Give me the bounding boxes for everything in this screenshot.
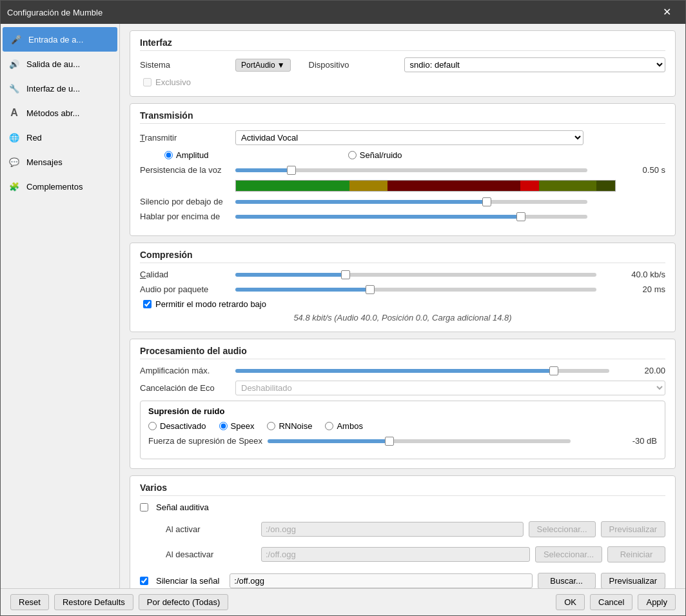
- senal-auditiva-checkbox[interactable]: [140, 503, 148, 512]
- senal-ruido-radio-label[interactable]: Señal/ruido: [348, 150, 402, 160]
- fuerza-label: Fuerza de supresión de Speex: [148, 436, 262, 446]
- por-defecto-button[interactable]: Por defecto (Todas): [139, 594, 228, 610]
- sidebar-item-mensajes[interactable]: 💬 Mensajes: [1, 150, 119, 174]
- rnnoise-label: RNNoise: [279, 421, 312, 431]
- amplitud-radio[interactable]: [164, 151, 173, 159]
- exclusivo-label: Exclusivo: [155, 77, 191, 87]
- sidebar-item-entrada[interactable]: 🎤 Entrada de a...: [3, 27, 117, 52]
- seleccionar-desactivar-button[interactable]: Seleccionar...: [535, 546, 602, 562]
- section-compresion: Compresión Calidad 40.0 kb/s Audio por p…: [130, 243, 676, 332]
- ok-button[interactable]: OK: [556, 594, 585, 610]
- al-activar-label: Al activar: [166, 524, 256, 534]
- al-desactivar-input[interactable]: [261, 547, 530, 562]
- rnnoise-radio-label[interactable]: RNNoise: [267, 421, 312, 431]
- dispositivo-label: Dispositivo: [309, 60, 399, 70]
- previsualizar-activar-button[interactable]: Previsualizar: [601, 521, 665, 537]
- audio-paquete-slider[interactable]: [235, 288, 596, 292]
- habla-slider[interactable]: [235, 215, 587, 219]
- chat-icon: 💬: [7, 155, 21, 169]
- exclusivo-checkbox[interactable]: [143, 78, 152, 86]
- reiniciar-button[interactable]: Reiniciar: [607, 546, 665, 562]
- globe-icon: 🌐: [7, 130, 21, 144]
- speex-radio[interactable]: [219, 422, 228, 430]
- window-title: Configuración de Mumble: [7, 8, 103, 17]
- persistencia-slider[interactable]: [235, 168, 587, 172]
- desactivado-label: Desactivado: [160, 421, 206, 431]
- senal-auditiva-row: Señal auditiva Al activar Seleccionar...…: [140, 502, 665, 568]
- vu-dark-red: [387, 181, 520, 191]
- title-bar: Configuración de Mumble ✕: [1, 1, 685, 24]
- section-transmision: Transmisión Transmitir Actividad Vocal A…: [130, 103, 676, 236]
- audio-paquete-row: Audio por paquete 20 ms: [140, 284, 665, 294]
- sidebar-label-salida: Salida de au...: [26, 59, 80, 69]
- calidad-slider[interactable]: [235, 273, 596, 277]
- silenciar-row: Silenciar la señal Buscar... Previsualiz…: [140, 573, 665, 588]
- apply-button[interactable]: Apply: [638, 594, 676, 610]
- habla-row: Hablar por encima de: [140, 212, 665, 221]
- ambos-radio[interactable]: [325, 422, 333, 430]
- persistencia-value: 0.50 s: [630, 165, 665, 175]
- sidebar-item-complementos[interactable]: 🧩 Complementos: [1, 174, 119, 199]
- speex-radio-label[interactable]: Speex: [219, 421, 255, 431]
- amplitud-radio-label[interactable]: Amplitud: [164, 150, 209, 160]
- ambos-label: Ambos: [337, 421, 362, 431]
- vu-yellow: [349, 181, 387, 191]
- desactivado-radio[interactable]: [148, 422, 157, 430]
- right-panel: Interfaz Sistema PortAudio ▼ Dispositivo…: [120, 24, 685, 588]
- silenciar-input[interactable]: [230, 573, 532, 588]
- reset-button[interactable]: Reset: [10, 594, 49, 610]
- vu-green: [236, 181, 349, 191]
- vu-meter: [235, 180, 616, 192]
- sidebar-item-red[interactable]: 🌐 Red: [1, 125, 119, 150]
- cancel-button[interactable]: Cancel: [590, 594, 632, 610]
- varios-title: Varios: [140, 482, 665, 496]
- senal-auditiva-label: Señal auditiva: [156, 502, 209, 512]
- permitir-checkbox[interactable]: [143, 300, 152, 308]
- senal-ruido-label: Señal/ruido: [360, 150, 402, 160]
- rnnoise-radio[interactable]: [267, 422, 275, 430]
- main-content: 🎤 Entrada de a... 🔊 Salida de au... 🔧 In…: [1, 24, 685, 588]
- supresion-section: Supresión de ruido Desactivado Speex: [140, 401, 665, 459]
- sistema-row: Sistema PortAudio ▼ Dispositivo sndio: d…: [140, 57, 665, 72]
- a-icon: A: [7, 106, 21, 120]
- audio-paquete-value: 20 ms: [630, 284, 665, 294]
- wrench-icon: 🔧: [7, 81, 21, 95]
- habla-label: Hablar por encima de: [140, 212, 230, 221]
- sidebar-item-metodos[interactable]: A Métodos abr...: [1, 101, 119, 125]
- compresion-info: 54.8 kbit/s (Audio 40.0, Posición 0.0, C…: [140, 313, 665, 323]
- calidad-value: 40.0 kb/s: [630, 270, 665, 279]
- calidad-row: Calidad 40.0 kb/s: [140, 270, 665, 279]
- seleccionar-activar-button[interactable]: Seleccionar...: [529, 521, 596, 537]
- sidebar-label-metodos: Métodos abr...: [26, 108, 79, 118]
- portaudio-button[interactable]: PortAudio ▼: [235, 59, 291, 72]
- interfaz-title: Interfaz: [140, 37, 665, 51]
- supresion-title: Supresión de ruido: [148, 406, 657, 416]
- persistencia-row: Persistencia de la voz 0.50 s: [140, 165, 665, 175]
- dispositivo-select[interactable]: sndio: default: [404, 57, 665, 72]
- transmitir-select[interactable]: Actividad Vocal: [235, 130, 583, 145]
- senal-ruido-radio[interactable]: [348, 151, 357, 159]
- sidebar-item-salida[interactable]: 🔊 Salida de au...: [1, 52, 119, 76]
- amplificacion-slider[interactable]: [235, 369, 609, 373]
- cancelacion-select[interactable]: Deshabilitado: [235, 381, 665, 395]
- sistema-label: Sistema: [140, 60, 230, 70]
- section-procesamiento: Procesamiento del audio Amplificación má…: [130, 339, 676, 469]
- ambos-radio-label[interactable]: Ambos: [325, 421, 362, 431]
- sidebar-item-interfaz[interactable]: 🔧 Interfaz de u...: [1, 76, 119, 101]
- silencio-slider[interactable]: [235, 200, 587, 204]
- close-button[interactable]: ✕: [655, 5, 679, 20]
- vu-red: [520, 181, 539, 191]
- fuerza-value: -30 dB: [622, 436, 657, 446]
- buscar-button[interactable]: Buscar...: [538, 573, 596, 588]
- speex-label: Speex: [231, 421, 255, 431]
- fuerza-slider[interactable]: [268, 439, 571, 443]
- al-activar-input[interactable]: [261, 522, 524, 537]
- amplitud-label: Amplitud: [176, 150, 209, 160]
- section-varios: Varios Señal auditiva Al activar Selecci…: [130, 475, 676, 588]
- vu-dark-olive: [596, 181, 615, 191]
- audio-paquete-label: Audio por paquete: [140, 284, 230, 294]
- silenciar-checkbox[interactable]: [140, 577, 148, 585]
- desactivado-radio-label[interactable]: Desactivado: [148, 421, 206, 431]
- previsualizar2-button[interactable]: Previsualizar: [601, 573, 665, 588]
- restore-button[interactable]: Restore Defaults: [54, 594, 133, 610]
